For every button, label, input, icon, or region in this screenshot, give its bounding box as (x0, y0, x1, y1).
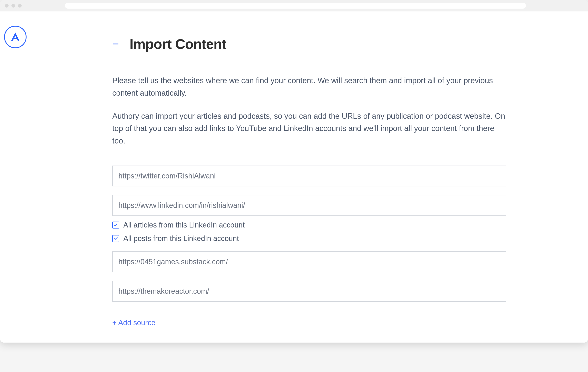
description-paragraph-1: Please tell us the websites where we can… (112, 74, 506, 99)
browser-window: − Import Content Please tell us the webs… (0, 0, 588, 343)
source-url-input-2[interactable] (112, 195, 506, 216)
description-paragraph-2: Authory can import your articles and pod… (112, 110, 506, 147)
browser-chrome (0, 0, 588, 11)
close-window-icon[interactable] (5, 4, 9, 8)
source-input-group-4 (112, 281, 506, 302)
maximize-window-icon[interactable] (18, 4, 22, 8)
app-content: − Import Content Please tell us the webs… (0, 11, 588, 343)
main-content: − Import Content Please tell us the webs… (35, 11, 588, 343)
source-input-group-2: All articles from this LinkedIn account … (112, 195, 506, 243)
source-url-input-4[interactable] (112, 281, 506, 302)
authory-logo-icon[interactable] (4, 26, 27, 48)
add-source-link[interactable]: + Add source (112, 318, 155, 327)
page-title: Import Content (130, 36, 226, 52)
url-bar[interactable] (65, 3, 526, 9)
page-header: − Import Content (112, 36, 506, 52)
checkbox-row-articles: All articles from this LinkedIn account (112, 221, 506, 229)
collapse-icon[interactable]: − (112, 38, 119, 50)
source-url-input-3[interactable] (112, 252, 506, 272)
sidebar (0, 11, 35, 343)
source-url-input-1[interactable] (112, 165, 506, 186)
minimize-window-icon[interactable] (11, 4, 15, 8)
linkedin-articles-label: All articles from this LinkedIn account (123, 221, 245, 229)
linkedin-articles-checkbox[interactable] (112, 222, 119, 229)
traffic-lights (5, 4, 22, 8)
source-input-group-3 (112, 252, 506, 272)
source-input-group-1 (112, 165, 506, 186)
linkedin-posts-checkbox[interactable] (112, 235, 119, 242)
checkbox-row-posts: All posts from this LinkedIn account (112, 234, 506, 243)
linkedin-posts-label: All posts from this LinkedIn account (123, 234, 239, 243)
